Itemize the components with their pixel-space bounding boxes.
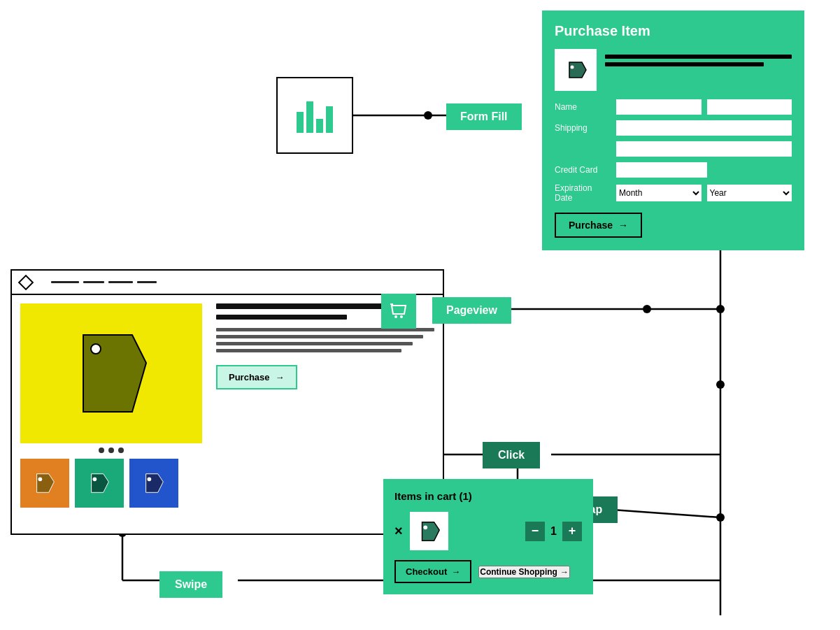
expiration-row: Expiration Date Month Year	[555, 183, 792, 203]
text-line-3	[216, 342, 413, 345]
form-fields: Name Shipping Credit Card Expiration Dat…	[555, 99, 792, 203]
product-subtitle-line	[216, 315, 347, 320]
cart-icon	[389, 301, 408, 321]
thumb-green[interactable]	[75, 459, 124, 508]
purchase-button-label: Purchase	[569, 220, 613, 231]
svg-point-30	[148, 477, 152, 481]
cart-remove-button[interactable]: ×	[394, 523, 403, 539]
svg-point-32	[400, 315, 403, 318]
form-fill-label: Form Fill	[446, 103, 522, 130]
name-input-2[interactable]	[707, 99, 792, 115]
form-fill-bars	[297, 98, 333, 133]
browser-mockup: Purchase →	[10, 269, 444, 535]
bar-2	[306, 101, 313, 133]
thumb-tag-orange	[31, 470, 58, 496]
cart-qty-control: − 1 +	[525, 522, 582, 541]
checkout-button[interactable]: Checkout →	[394, 560, 471, 583]
svg-point-7	[716, 305, 725, 313]
item-tag-icon	[562, 57, 589, 83]
qty-decrease-button[interactable]: −	[525, 522, 545, 541]
bar-3	[316, 119, 323, 133]
dot-2	[108, 448, 114, 453]
cart-popup: Items in cart (1) × − 1 + Checkout → Con…	[383, 479, 593, 594]
purchase-card: Purchase Item Name Shipping	[542, 10, 804, 250]
continue-label: Continue Shopping	[480, 567, 557, 577]
cart-item-image	[410, 512, 448, 550]
swipe-label: Swipe	[159, 571, 222, 598]
expiration-label: Expiration Date	[555, 183, 611, 203]
nav-line-4	[137, 281, 157, 283]
desc-line-2	[605, 62, 764, 66]
svg-marker-27	[92, 474, 109, 493]
purchase-button[interactable]: Purchase →	[555, 213, 642, 238]
continue-arrow: →	[560, 567, 569, 577]
cart-item-row: × − 1 +	[394, 512, 582, 550]
product-purchase-arrow: →	[276, 372, 285, 382]
dot-1	[99, 448, 104, 453]
shipping-input-1[interactable]	[616, 120, 792, 136]
dot-3	[118, 448, 124, 453]
browser-content: Purchase →	[12, 295, 443, 516]
qty-increase-button[interactable]: +	[562, 522, 582, 541]
click-label: Click	[483, 442, 540, 468]
svg-point-22	[571, 66, 574, 69]
browser-bar	[12, 271, 443, 295]
thumb-orange[interactable]	[20, 459, 69, 508]
bar-1	[297, 112, 304, 133]
thumb-tag-green	[86, 470, 113, 496]
svg-marker-25	[37, 474, 55, 493]
name-input-1[interactable]	[616, 99, 702, 115]
checkout-arrow: →	[451, 566, 460, 577]
shipping-label: Shipping	[555, 123, 611, 133]
expiration-year-select[interactable]: Year	[707, 185, 792, 201]
purchase-card-title: Purchase Item	[555, 23, 792, 39]
continue-shopping-button[interactable]: Continue Shopping →	[478, 566, 570, 578]
text-line-2	[216, 335, 423, 338]
product-main-image	[20, 303, 202, 443]
product-tag-large	[69, 328, 153, 419]
name-row: Name	[555, 99, 792, 115]
item-desc-lines	[605, 49, 792, 66]
desc-line-1	[605, 55, 792, 59]
svg-point-26	[38, 477, 43, 481]
svg-marker-29	[146, 474, 164, 493]
nav-line-3	[108, 281, 133, 283]
browser-nav-lines	[51, 281, 157, 283]
product-text-lines	[216, 328, 434, 352]
nav-line-1	[51, 281, 79, 283]
credit-card-input[interactable]	[616, 162, 707, 178]
expiration-month-select[interactable]: Month	[616, 185, 702, 201]
svg-point-9	[643, 305, 651, 313]
shipping-input-2[interactable]	[616, 141, 792, 157]
svg-marker-34	[422, 522, 440, 540]
svg-point-31	[394, 315, 397, 318]
product-purchase-label: Purchase	[229, 372, 270, 382]
product-thumbnails	[20, 459, 202, 508]
nav-line-2	[83, 281, 104, 283]
credit-card-label: Credit Card	[555, 165, 611, 175]
thumb-tag-blue	[141, 470, 167, 496]
bar-4	[326, 106, 333, 133]
svg-point-14	[716, 513, 725, 522]
credit-card-row: Credit Card	[555, 162, 792, 178]
svg-point-1	[424, 111, 432, 120]
svg-marker-21	[569, 62, 586, 78]
product-image-area	[20, 303, 202, 508]
shipping-row: Shipping	[555, 120, 792, 136]
cart-icon-box[interactable]	[381, 294, 416, 329]
shipping-row-2	[555, 141, 792, 157]
form-fill-node	[276, 77, 353, 154]
cart-popup-title: Items in cart (1)	[394, 490, 582, 502]
product-purchase-button[interactable]: Purchase →	[216, 365, 297, 389]
pageview-label: Pageview	[432, 297, 511, 324]
purchase-button-arrow: →	[618, 220, 628, 231]
product-dots	[20, 448, 202, 453]
checkout-label: Checkout	[406, 566, 447, 577]
svg-point-24	[91, 344, 101, 354]
text-line-4	[216, 349, 401, 352]
product-info: Purchase →	[216, 303, 434, 508]
cart-actions: Checkout → Continue Shopping →	[394, 560, 582, 583]
name-label: Name	[555, 102, 611, 112]
thumb-blue[interactable]	[129, 459, 178, 508]
purchase-card-header	[555, 49, 792, 91]
